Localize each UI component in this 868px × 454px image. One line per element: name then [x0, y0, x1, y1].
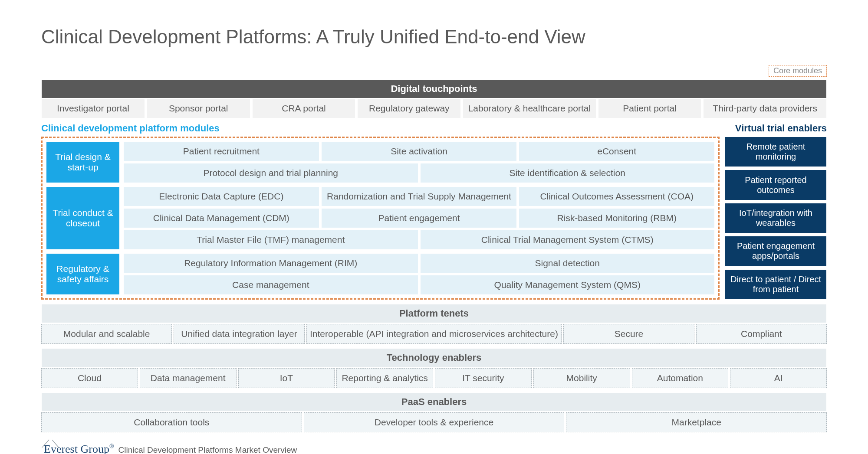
vte-cell: IoT/integration with wearables	[725, 203, 827, 233]
digital-touchpoints-header: Digital touchpoints	[41, 79, 827, 98]
module-cell: Randomization and Trial Supply Managemen…	[321, 186, 517, 206]
virtual-trial-enablers-column: Remote patient monitoring Patient report…	[725, 137, 827, 300]
vte-cell: Remote patient monitoring	[725, 137, 827, 167]
page-title: Clinical Development Platforms: A Truly …	[41, 26, 827, 48]
everest-group-logo: ／＼ Everest Group®	[41, 443, 114, 454]
section-labels: Clinical development platform modules Vi…	[41, 123, 827, 134]
tech-cell: Data management	[140, 368, 237, 388]
tech-cell: Cloud	[41, 368, 138, 388]
phase-conduct-row: Trial conduct & closeout Electronic Data…	[46, 186, 715, 250]
phase-design-grid: Patient recruitment Site activation eCon…	[123, 141, 715, 183]
phase-conduct-label: Trial conduct & closeout	[46, 186, 120, 250]
digital-touchpoints-row: Investigator portal Sponsor portal CRA p…	[41, 98, 827, 118]
platform-tenets-header: Platform tenets	[41, 304, 827, 323]
tech-cell: AI	[730, 368, 827, 388]
module-cell: Protocol design and trial planning	[123, 163, 418, 183]
module-cell: Patient recruitment	[123, 141, 319, 161]
vte-cell: Patient engagement apps/portals	[725, 236, 827, 266]
module-cell: Trial Master File (TMF) management	[123, 230, 418, 250]
platform-tenets-row: Modular and scalable Unified data integr…	[41, 324, 827, 344]
tenet-cell: Interoperable (API integration and micro…	[306, 324, 562, 344]
footer-text: Clinical Development Platforms Market Ov…	[118, 445, 297, 454]
paas-cell: Marketplace	[566, 412, 827, 432]
tech-cell: IoT	[238, 368, 335, 388]
paas-cell: Developer tools & experience	[304, 412, 565, 432]
module-cell: Electronic Data Capture (EDC)	[123, 186, 319, 206]
module-cell: Case management	[123, 275, 418, 295]
phase-regulatory-grid: Regulatory Information Management (RIM) …	[123, 253, 715, 295]
paas-enablers-header: PaaS enablers	[41, 392, 827, 412]
module-cell: eConsent	[519, 141, 715, 161]
phase-regulatory-label: Regulatory & safety affairs	[46, 253, 120, 295]
module-cell: Site activation	[321, 141, 517, 161]
logo-reg: ®	[109, 443, 114, 450]
logo-caret-icon: ／＼	[41, 437, 60, 450]
phase-design-row: Trial design & start-up Patient recruitm…	[46, 141, 715, 183]
module-cell: Clinical Outcomes Assessment (COA)	[519, 186, 715, 206]
touchpoint-cell: Investigator portal	[41, 98, 145, 118]
touchpoint-cell: Third-party data providers	[703, 98, 827, 118]
phase-conduct-grid: Electronic Data Capture (EDC) Randomizat…	[123, 186, 715, 250]
paas-enablers-row: Collaboration tools Developer tools & ex…	[41, 412, 827, 432]
tenet-cell: Secure	[563, 324, 694, 344]
core-modules-badge: Core modules	[769, 65, 827, 77]
module-cell: Regulatory Information Management (RIM)	[123, 253, 418, 273]
module-cell: Signal detection	[420, 253, 715, 273]
technology-enablers-header: Technology enablers	[41, 348, 827, 367]
tech-cell: Automation	[632, 368, 729, 388]
modules-section-label: Clinical development platform modules	[41, 123, 220, 134]
tech-cell: Mobility	[533, 368, 630, 388]
tenet-cell: Modular and scalable	[41, 324, 172, 344]
vte-cell: Patient reported outcomes	[725, 170, 827, 200]
module-cell: Patient engagement	[321, 208, 517, 228]
vte-cell: Direct to patient / Direct from patient	[725, 269, 827, 300]
core-modules-container: Trial design & start-up Patient recruitm…	[41, 137, 720, 300]
tenet-cell: Compliant	[696, 324, 827, 344]
tenet-cell: Unified data integration layer	[174, 324, 304, 344]
touchpoint-cell: Laboratory & healthcare portal	[463, 98, 596, 118]
tech-cell: IT security	[435, 368, 532, 388]
phase-design-label: Trial design & start-up	[46, 141, 120, 183]
tech-cell: Reporting & analytics	[336, 368, 433, 388]
footer: ／＼ Everest Group® Clinical Development P…	[41, 443, 827, 454]
module-cell: Risk-based Monitoring (RBM)	[519, 208, 715, 228]
virtual-enablers-section-label: Virtual trial enablers	[735, 123, 827, 134]
module-cell: Site identification & selection	[420, 163, 715, 183]
touchpoint-cell: Regulatory gateway	[357, 98, 461, 118]
core-modules-badge-wrap: Core modules	[41, 65, 827, 77]
touchpoint-cell: Patient portal	[598, 98, 702, 118]
technology-enablers-row: Cloud Data management IoT Reporting & an…	[41, 368, 827, 388]
module-cell: Quality Management System (QMS)	[420, 275, 715, 295]
module-cell: Clinical Data Management (CDM)	[123, 208, 319, 228]
touchpoint-cell: Sponsor portal	[147, 98, 250, 118]
phase-regulatory-row: Regulatory & safety affairs Regulatory I…	[46, 253, 715, 295]
core-area: Trial design & start-up Patient recruitm…	[41, 137, 827, 300]
module-cell: Clinical Trial Management System (CTMS)	[420, 230, 715, 250]
touchpoint-cell: CRA portal	[252, 98, 356, 118]
paas-cell: Collaboration tools	[41, 412, 302, 432]
